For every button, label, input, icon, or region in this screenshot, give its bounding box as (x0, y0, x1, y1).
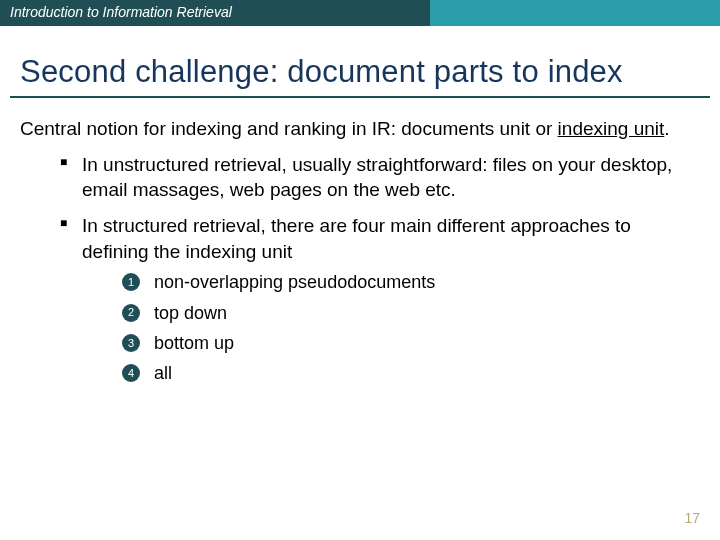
list-item-label: non-overlapping pseudodocuments (154, 270, 435, 294)
bullet-list: In unstructured retrieval, usually strai… (60, 152, 700, 386)
list-item: 2 top down (122, 301, 700, 325)
slide-content: Central notion for indexing and ranking … (20, 116, 700, 385)
list-item-label: bottom up (154, 331, 234, 355)
slide: Introduction to Information Retrieval Se… (0, 0, 720, 540)
bullet-text: In structured retrieval, there are four … (82, 215, 631, 262)
intro-pre: Central notion for indexing and ranking … (20, 118, 558, 139)
page-number: 17 (684, 510, 700, 526)
slide-title: Second challenge: document parts to inde… (20, 54, 700, 90)
number-badge: 1 (122, 273, 140, 291)
title-rule (10, 96, 710, 98)
top-bar-accent (430, 0, 720, 26)
intro-term: indexing unit (558, 118, 665, 139)
intro-post: . (664, 118, 669, 139)
intro-paragraph: Central notion for indexing and ranking … (20, 116, 700, 142)
bullet-item: In unstructured retrieval, usually strai… (60, 152, 700, 203)
list-item-label: top down (154, 301, 227, 325)
list-item: 3 bottom up (122, 331, 700, 355)
list-item-label: all (154, 361, 172, 385)
list-item: 1 non-overlapping pseudodocuments (122, 270, 700, 294)
list-item: 4 all (122, 361, 700, 385)
top-bar: Introduction to Information Retrieval (0, 0, 720, 26)
number-badge: 4 (122, 364, 140, 382)
number-badge: 3 (122, 334, 140, 352)
number-badge: 2 (122, 304, 140, 322)
bullet-text: In unstructured retrieval, usually strai… (82, 154, 672, 201)
bullet-item: In structured retrieval, there are four … (60, 213, 700, 385)
numbered-list: 1 non-overlapping pseudodocuments 2 top … (122, 270, 700, 385)
course-title: Introduction to Information Retrieval (0, 0, 430, 26)
